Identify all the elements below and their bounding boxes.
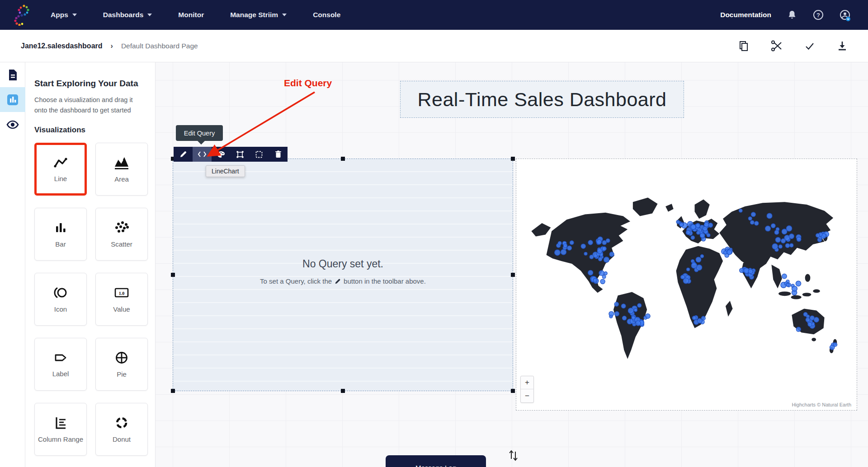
viz-tile-scatter[interactable]: Scatter (95, 208, 148, 261)
linechart-widget[interactable]: No Query set yet. To set a Query, click … (173, 159, 513, 391)
breadcrumb-app[interactable]: Jane12.salesdashboard (21, 42, 103, 50)
selection-handle-bottom-right[interactable] (511, 389, 515, 393)
message-log-button[interactable]: Message Log (386, 455, 486, 467)
visualizations-heading: Visualizations (34, 126, 155, 135)
viz-tile-bar[interactable]: Bar (34, 208, 87, 261)
top-navbar: Apps Dashboards Monitor Manage Striim Co… (0, 0, 868, 30)
donut-chart-icon (114, 416, 129, 430)
viz-tile-area[interactable]: Area (95, 143, 148, 196)
area-chart-icon (113, 155, 130, 170)
nav-item-dashboards[interactable]: Dashboards (103, 11, 152, 19)
help-icon[interactable]: ? (813, 9, 824, 20)
resize-updown-icon[interactable] (507, 448, 519, 462)
left-icon-rail (0, 62, 25, 467)
world-map-widget[interactable]: + − Highcharts © Natural Earth (516, 159, 857, 411)
svg-text:1.0: 1.0 (119, 290, 125, 295)
svg-text:?: ? (816, 12, 820, 19)
dashboard-title-widget[interactable]: Real-Time Sales Dashboard (400, 81, 684, 118)
delete-trash-icon[interactable] (269, 147, 288, 162)
annotation-edit-query-label: Edit Query (284, 78, 332, 89)
edit-query-code-icon[interactable] (193, 147, 212, 162)
selection-handle-mid-right[interactable] (511, 273, 515, 277)
notifications-bell-icon[interactable] (787, 9, 797, 20)
line-chart-icon (52, 156, 69, 169)
no-query-title: No Query set yet. (173, 258, 513, 270)
nav-item-apps[interactable]: Apps (51, 11, 77, 19)
copy-icon[interactable] (738, 40, 750, 52)
viz-tile-donut[interactable]: Donut (95, 403, 148, 456)
selection-handle-bottom-left[interactable] (171, 389, 175, 393)
documentation-link[interactable]: Documentation (720, 11, 771, 19)
visualization-panel: Start Exploring Your Data Choose a visua… (25, 62, 156, 467)
value-viz-icon: 1.0 (113, 285, 130, 300)
chevron-down-icon (282, 14, 287, 16)
widget-toolbar (174, 147, 288, 162)
visualizations-chart-icon[interactable] (0, 87, 25, 112)
viz-tile-line[interactable]: Line (34, 143, 87, 196)
world-map (519, 163, 854, 398)
viz-tile-value[interactable]: 1.0 Value (95, 273, 148, 326)
select-marquee-icon[interactable] (250, 147, 269, 162)
pencil-inline-icon (335, 278, 341, 285)
select-transform-icon[interactable] (231, 147, 250, 162)
column-range-icon (53, 416, 68, 430)
viz-tile-label[interactable]: Label (34, 338, 87, 391)
account-icon[interactable] (839, 9, 850, 20)
main-nav: Apps Dashboards Monitor Manage Striim Co… (51, 11, 340, 19)
dashboard-title-text: Real-Time Sales Dashboard (417, 89, 666, 111)
nav-item-manage-striim[interactable]: Manage Striim (230, 11, 287, 19)
no-query-hint: To set a Query, click the button in the … (173, 277, 513, 285)
visualization-tiles: Line Area Bar (34, 143, 155, 467)
edit-query-pencil-icon[interactable] (174, 147, 193, 162)
panel-intro-text: Choose a visualization and drag it onto … (34, 95, 142, 116)
viz-tile-pie[interactable]: Pie (95, 338, 148, 391)
pages-document-icon[interactable] (0, 62, 25, 87)
preview-eye-icon[interactable] (0, 112, 25, 137)
edit-query-tooltip: Edit Query (176, 125, 223, 141)
viz-tile-icon[interactable]: Icon (34, 273, 87, 326)
panel-title: Start Exploring Your Data (34, 79, 155, 89)
cut-scissors-icon[interactable] (770, 40, 783, 52)
download-icon[interactable] (836, 40, 848, 52)
viz-tile-column-range[interactable]: Column Range (34, 403, 87, 456)
map-attribution[interactable]: Highcharts © Natural Earth (792, 402, 851, 407)
chevron-down-icon (72, 14, 77, 16)
chevron-down-icon (147, 14, 152, 16)
breadcrumb-chevron-icon: › (111, 42, 113, 50)
map-zoom-controls: + − (520, 376, 534, 403)
striim-logo[interactable] (13, 4, 31, 26)
nav-item-monitor[interactable]: Monitor (178, 11, 204, 19)
selection-handle-mid-left[interactable] (171, 273, 175, 277)
dashboard-canvas[interactable]: Real-Time Sales Dashboard Edit Query Edi… (156, 62, 868, 467)
scatter-chart-icon (113, 220, 130, 235)
selection-handle-bottom-mid[interactable] (341, 389, 345, 393)
confirm-check-icon[interactable] (804, 40, 816, 52)
nav-item-console[interactable]: Console (313, 11, 340, 19)
drag-ghost-linechart-label: LineChart (206, 165, 245, 177)
map-zoom-out-button[interactable]: − (521, 389, 533, 402)
breadcrumb-bar: Jane12.salesdashboard › Default Dashboar… (0, 30, 868, 62)
breadcrumb-page[interactable]: Default Dashboard Page (121, 42, 198, 50)
selection-handle-top-mid[interactable] (341, 157, 345, 161)
bar-chart-icon (53, 220, 68, 235)
label-tag-icon (52, 351, 69, 364)
pie-chart-icon (114, 350, 129, 365)
icon-viz-icon (52, 285, 69, 300)
selection-handle-top-right[interactable] (511, 157, 515, 161)
style-palette-icon[interactable] (212, 147, 231, 162)
map-zoom-in-button[interactable]: + (521, 376, 533, 389)
